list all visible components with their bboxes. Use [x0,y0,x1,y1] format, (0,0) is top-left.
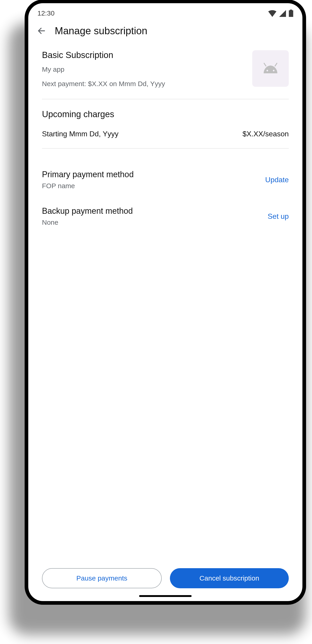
device-frame: 12:30 Manage subscription Basic Subscrip… [25,0,306,605]
wifi-icon [268,10,276,17]
upcoming-charges-title: Upcoming charges [42,110,289,119]
android-icon [261,63,280,74]
svg-point-1 [267,70,268,72]
subscription-app: My app [42,64,165,74]
screen: 12:30 Manage subscription Basic Subscrip… [28,3,303,601]
subscription-header: Basic Subscription My app Next payment: … [42,50,289,89]
status-time: 12:30 [37,9,54,17]
back-button[interactable] [36,26,46,36]
status-icons [268,10,293,17]
upcoming-charge-row: Starting Mmm Dd, Yyyy $X.XX/season [42,130,289,138]
svg-line-3 [264,63,266,66]
primary-payment-value: FOP name [42,182,134,190]
pause-payments-button[interactable]: Pause payments [42,568,162,588]
app-icon [252,50,289,87]
backup-payment-value: None [42,218,133,226]
svg-point-2 [273,70,275,72]
upcoming-start: Starting Mmm Dd, Yyyy [42,130,118,138]
subscription-name: Basic Subscription [42,50,165,60]
update-button[interactable]: Update [265,176,289,184]
cell-icon [279,10,287,17]
battery-icon [289,10,293,17]
cancel-subscription-button[interactable]: Cancel subscription [170,568,289,588]
svg-line-4 [275,63,277,66]
arrow-left-icon [37,26,46,36]
backup-payment-row: Backup payment method None Set up [42,206,289,226]
divider [42,99,289,99]
subscription-next-payment: Next payment: $X.XX on Mmm Dd, Yyyy [42,78,165,89]
nav-handle[interactable] [139,595,192,597]
upcoming-price: $X.XX/season [242,130,289,138]
backup-payment-title: Backup payment method [42,206,133,216]
setup-button[interactable]: Set up [268,212,289,220]
divider [42,148,289,149]
primary-payment-row: Primary payment method FOP name Update [42,170,289,190]
primary-payment-title: Primary payment method [42,170,134,179]
page-title: Manage subscription [55,25,147,36]
status-bar: 12:30 [28,3,303,20]
app-bar: Manage subscription [28,20,303,42]
